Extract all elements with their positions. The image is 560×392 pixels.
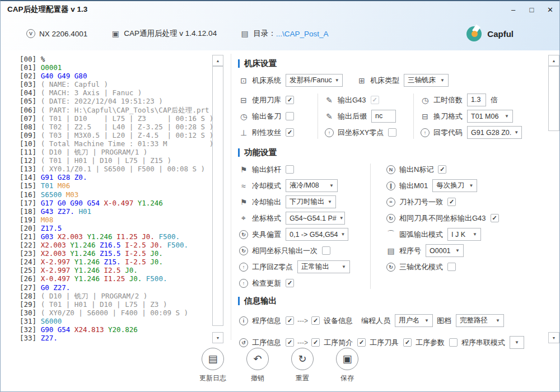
row-machine-type: ⊞机床类型三轴铣床▼	[357, 72, 449, 88]
device-info-checkbox[interactable]: ✓	[311, 316, 320, 325]
same-coord-once-checkbox[interactable]	[322, 246, 330, 255]
nx-version-text: NX 2206.4001	[39, 30, 87, 38]
dropdown-arrow-icon: ▼	[424, 318, 429, 323]
scroll-down-icon[interactable]: ▼	[548, 332, 559, 343]
output-m01-select[interactable]: 每次换刀▼	[432, 179, 477, 192]
code-line: [28] ( D10 | 铣刀 | PROGRAM/2 )	[20, 292, 212, 300]
close-button[interactable]: ✕	[541, 2, 559, 17]
row-coolant-mode: ≈冷却模式液冷/M08▼	[239, 178, 368, 194]
window-controls: – □ ✕	[504, 2, 559, 17]
scroll-track[interactable]	[548, 131, 559, 332]
output-g43-checkbox[interactable]: ✓	[371, 96, 379, 104]
version-check-icon: V	[26, 29, 35, 38]
reset-button[interactable]: ↻重置	[286, 348, 319, 391]
fixture-offset-select[interactable]: 0,1 -> G54,G54▼	[286, 228, 348, 241]
code-scrollbar[interactable]: ▲ ▼	[212, 55, 223, 343]
scroll-up-icon[interactable]: ▲	[548, 55, 559, 66]
triaxial-opt-mode-label: 三轴优化模式	[399, 262, 443, 272]
save-button[interactable]: ▣保存	[331, 348, 363, 391]
code-line: [23] X2.003 Y1.246 Z15.5 I-2.5 J0.	[20, 249, 212, 258]
return-xy-zero-checkbox[interactable]	[388, 128, 396, 137]
undo-button[interactable]: ↶撤销	[241, 348, 274, 391]
brand-name: Capful	[487, 29, 514, 39]
output-suffix-input[interactable]: nc	[371, 110, 396, 123]
tool-comp-match-label: 刀补刀号一致	[399, 197, 443, 207]
gcode-preview[interactable]: [00] %[01] O0001[02] G40 G49 G80[03] ( N…	[20, 55, 212, 343]
code-line: [25] X-2.997 Y1.246 I2.5 J0.	[20, 266, 212, 274]
up-arrow-icon: ↑	[325, 128, 334, 137]
tool-change-format-select[interactable]: T01 M06▼	[467, 110, 513, 123]
return-z-zero-select[interactable]: 正常输出▼	[297, 260, 350, 273]
maximize-button[interactable]: □	[522, 2, 541, 17]
title-bar: CAP后处理配置器 v 1.3 – □ ✕	[1, 1, 559, 18]
window-title: CAP后处理配置器 v 1.3	[7, 4, 87, 15]
drawing-path-select[interactable]: 完整路径▼	[456, 314, 504, 327]
rotate-icon: ↻	[386, 214, 395, 223]
scroll-track[interactable]	[212, 326, 223, 332]
scroll-thumb[interactable]	[212, 66, 223, 326]
dropdown-arrow-icon: ▼	[496, 318, 500, 323]
machine-system-select[interactable]: 发那科/Fanuc▼	[286, 74, 343, 87]
section-bar	[238, 297, 240, 305]
settings-scrollbar[interactable]: ▲ ▼	[548, 55, 559, 343]
triaxial-opt-mode-checkbox[interactable]	[447, 263, 456, 271]
up-arrow-icon: ↑	[421, 128, 430, 137]
scroll-up-icon[interactable]: ▲	[212, 55, 223, 66]
update-log-button[interactable]: ▤更新日志	[197, 348, 229, 391]
undo-button-label: 撤销	[241, 374, 274, 383]
dropdown-arrow-icon: ▼	[341, 232, 346, 237]
coolant-output-select[interactable]: 下刀时输出▼	[286, 195, 336, 208]
same-tool-diff-coord-g43-checkbox[interactable]: ✓	[491, 214, 499, 222]
row-same-tool-diff-coord-g43: ↻相同刀具不同坐标输出G43✓	[386, 210, 548, 226]
row-arc-output-mode: ⌒圆弧输出模式I J K▼	[386, 226, 548, 242]
line-number: [31]	[20, 317, 41, 325]
column-divider	[413, 94, 414, 139]
program-info-checkbox[interactable]: ✓	[286, 316, 294, 325]
work-time-factor-label: 工时倍数	[433, 95, 463, 105]
coolant-mode-select[interactable]: 液冷/M08▼	[286, 179, 338, 192]
rigid-tapping-checkbox[interactable]: ✓	[286, 128, 294, 137]
directory-item: ▤ 目录： ...\CAP_Post_A	[240, 29, 328, 39]
program-number-select[interactable]: O0001▼	[426, 244, 464, 257]
column-divider	[370, 164, 371, 289]
same-tool-diff-coord-g43-label: 相同刀具不同坐标输出G43	[399, 213, 486, 223]
coord-format-select[interactable]: G54~G54.1 P#▼	[286, 212, 345, 225]
output-slash-checkbox[interactable]	[286, 165, 294, 174]
scroll-thumb[interactable]	[548, 66, 559, 131]
machine-type-select[interactable]: 三轴铣床▼	[404, 74, 449, 87]
flag-icon: ⚑	[239, 198, 248, 207]
use-tool-magazine-checkbox[interactable]: ✓	[286, 96, 294, 104]
tool-comp-match-checkbox[interactable]: ✓	[447, 198, 456, 206]
rotate-icon: ↻	[386, 263, 395, 272]
arc-output-mode-select[interactable]: I J K▼	[447, 228, 481, 241]
code-line: [04] ( MACH: 3 Axis | Fanuc )	[20, 88, 212, 97]
work-time-factor-input[interactable]: 1.3	[467, 94, 486, 106]
line-number: [30]	[20, 309, 41, 317]
directory-link[interactable]: ...\CAP_Post_A	[276, 30, 329, 38]
arrow-text: --->	[297, 317, 308, 325]
code-line: [14] G91 G28 Z0.	[20, 173, 212, 181]
programmer-select[interactable]: 用户名▼	[395, 314, 433, 327]
code-line: [00] %	[20, 55, 212, 63]
row-use-tool-magazine: ⊟使用刀库✓	[239, 92, 311, 108]
return-zero-code-select[interactable]: G91 G28 Z0.▼	[467, 126, 522, 139]
post-version: ▣ CAP通用后处理 v 1.4.12.04	[111, 29, 217, 39]
output-backup-tool-checkbox[interactable]	[286, 112, 294, 120]
check-update-checkbox[interactable]: ✓	[286, 279, 294, 287]
fixture-offset-label: 夹具偏置	[252, 230, 281, 240]
dropdown-arrow-icon: ▼	[328, 199, 332, 204]
code-line: [08] ( T02 | Z2.5 | L40 | Z-3.25 | 00:28…	[20, 123, 212, 131]
code-line: [13] ( XY0.1/Z0.1 | S6500 | F500 | 00:08…	[20, 165, 212, 173]
line-number: [17]	[20, 199, 41, 207]
code-line: [02] G40 G49 G80	[20, 72, 212, 80]
clock-icon: ◷	[239, 112, 248, 121]
line-number: [09]	[20, 131, 41, 139]
info-circle-icon: i	[239, 316, 248, 325]
minimize-button[interactable]: –	[504, 2, 522, 17]
code-line: [29] ( T01 | H01 | D10 | L75 | Z3 )	[20, 300, 212, 309]
use-tool-magazine-label: 使用刀库	[252, 95, 281, 105]
output-n-mark-checkbox[interactable]: ✓	[438, 165, 446, 174]
crosshair-icon: ⌖	[239, 213, 248, 223]
rigid-tapping-label: 刚性攻丝	[252, 128, 281, 138]
scroll-down-icon[interactable]: ▼	[212, 332, 223, 343]
